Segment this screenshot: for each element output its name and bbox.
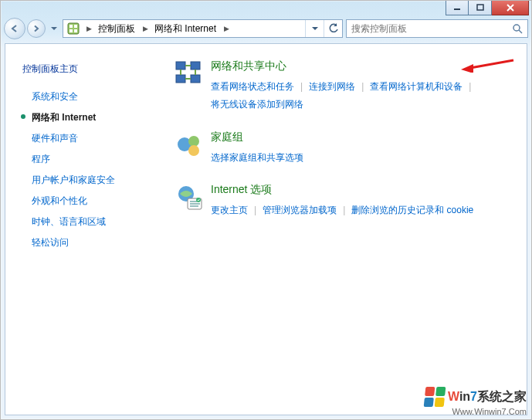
chevron-right-icon[interactable]: ▶ <box>83 25 95 32</box>
section-network-sharing: 网络和共享中心 查看网络状态和任务|连接到网络|查看网络计算机和设备|将无线设备… <box>174 59 511 113</box>
category-list: 系统和安全 网络和 Internet 硬件和声音 程序 用户帐户和家庭安全 外观… <box>22 86 152 253</box>
forward-button[interactable] <box>27 19 46 38</box>
section-title-link[interactable]: 家庭组 <box>211 130 511 144</box>
sidebar: 控制面板主页 系统和安全 网络和 Internet 硬件和声音 程序 用户帐户和… <box>5 44 160 415</box>
svg-point-18 <box>188 136 199 147</box>
sidebar-item-hardware-sound[interactable]: 硬件和声音 <box>22 128 152 149</box>
internet-options-icon <box>174 183 205 214</box>
close-icon <box>506 4 515 12</box>
close-button[interactable] <box>492 0 529 15</box>
maximize-icon <box>476 4 484 12</box>
control-panel-icon <box>66 22 80 36</box>
caption-buttons <box>446 0 529 15</box>
svg-line-8 <box>519 30 522 33</box>
task-link[interactable]: 将无线设备添加到网络 <box>211 99 303 110</box>
svg-rect-10 <box>191 62 200 69</box>
section-title-link[interactable]: 网络和共享中心 <box>211 59 511 73</box>
sidebar-item-user-accounts[interactable]: 用户帐户和家庭安全 <box>22 170 152 191</box>
content-pane: 网络和共享中心 查看网络状态和任务|连接到网络|查看网络计算机和设备|将无线设备… <box>160 44 527 415</box>
nav-history-dropdown[interactable] <box>49 22 59 36</box>
chevron-down-icon <box>312 27 318 31</box>
breadcrumb-item[interactable]: 网络和 Internet <box>151 20 221 37</box>
search-input[interactable] <box>347 23 507 34</box>
network-sharing-icon <box>174 59 205 90</box>
svg-rect-3 <box>69 25 73 28</box>
svg-rect-1 <box>477 5 483 10</box>
refresh-button[interactable] <box>324 20 342 37</box>
task-link[interactable]: 查看网络计算机和设备 <box>370 81 463 92</box>
section-links: 查看网络状态和任务|连接到网络|查看网络计算机和设备|将无线设备添加到网络 <box>211 78 511 113</box>
breadcrumb-item[interactable]: 控制面板 <box>95 20 140 37</box>
task-link[interactable]: 查看网络状态和任务 <box>211 81 294 92</box>
svg-rect-5 <box>69 29 73 32</box>
search-button[interactable] <box>507 20 527 37</box>
address-bar[interactable]: ▶ 控制面板 ▶ 网络和 Internet ▶ <box>63 19 343 38</box>
svg-point-7 <box>513 25 520 31</box>
back-button[interactable] <box>4 18 25 39</box>
task-link[interactable]: 更改主页 <box>211 205 248 215</box>
section-internet-options: Internet 选项 更改主页|管理浏览器加载项|删除浏览的历史记录和 coo… <box>174 183 511 219</box>
client-area: 控制面板主页 系统和安全 网络和 Internet 硬件和声音 程序 用户帐户和… <box>5 43 527 415</box>
maximize-button[interactable] <box>469 0 492 15</box>
svg-rect-4 <box>74 25 77 28</box>
sidebar-item-ease-of-access[interactable]: 轻松访问 <box>22 232 152 253</box>
window-frame: ▶ 控制面板 ▶ 网络和 Internet ▶ 控制面板主页 系统和安全 <box>0 0 532 420</box>
svg-point-19 <box>188 145 199 156</box>
svg-rect-12 <box>191 75 200 83</box>
section-homegroup: 家庭组 选择家庭组和共享选项 <box>174 130 511 167</box>
forward-arrow-icon <box>32 25 40 32</box>
refresh-icon <box>328 23 339 34</box>
svg-rect-0 <box>454 8 460 10</box>
svg-rect-6 <box>74 29 77 32</box>
back-arrow-icon <box>10 24 19 33</box>
sidebar-item-network-internet[interactable]: 网络和 Internet <box>22 107 152 128</box>
sidebar-item-clock-language[interactable]: 时钟、语言和区域 <box>22 212 152 232</box>
section-title-link[interactable]: Internet 选项 <box>211 183 511 197</box>
section-links: 选择家庭组和共享选项 <box>211 149 511 167</box>
task-link[interactable]: 删除浏览的历史记录和 cookie <box>351 205 473 215</box>
search-box <box>346 19 528 38</box>
sidebar-item-appearance[interactable]: 外观和个性化 <box>22 191 152 212</box>
task-link[interactable]: 选择家庭组和共享选项 <box>211 152 303 163</box>
task-link[interactable]: 连接到网络 <box>309 81 355 92</box>
address-dropdown[interactable] <box>305 20 324 37</box>
sidebar-item-programs[interactable]: 程序 <box>22 149 152 170</box>
section-links: 更改主页|管理浏览器加载项|删除浏览的历史记录和 cookie <box>211 202 511 219</box>
svg-rect-11 <box>176 75 185 83</box>
chevron-right-icon[interactable]: ▶ <box>221 25 232 32</box>
svg-rect-9 <box>176 62 185 69</box>
address-row: ▶ 控制面板 ▶ 网络和 Internet ▶ <box>1 16 531 41</box>
minimize-button[interactable] <box>446 0 469 15</box>
minimize-icon <box>453 4 461 12</box>
control-panel-home-link[interactable]: 控制面板主页 <box>22 63 152 76</box>
search-icon <box>512 23 523 34</box>
chevron-right-icon[interactable]: ▶ <box>140 25 151 32</box>
sidebar-item-system-security[interactable]: 系统和安全 <box>22 86 152 107</box>
titlebar <box>1 1 531 16</box>
task-link[interactable]: 管理浏览器加载项 <box>263 205 337 215</box>
homegroup-icon <box>174 130 205 161</box>
chevron-down-icon <box>51 27 57 31</box>
